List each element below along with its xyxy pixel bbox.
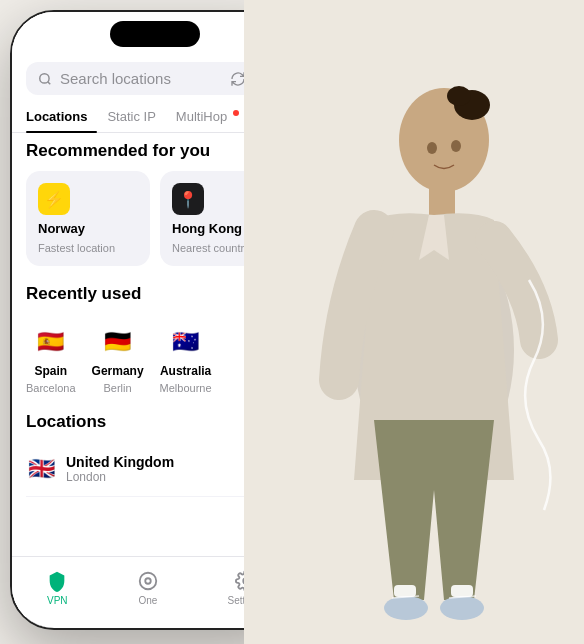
norway-icon: ⚡ — [38, 183, 70, 215]
norway-name: Norway — [38, 221, 138, 236]
recent-item-australia[interactable]: 🇦🇺 Australia Melbourne — [160, 324, 212, 394]
spain-country: Spain — [34, 364, 67, 378]
nav-vpn[interactable]: VPN — [46, 570, 68, 606]
norway-subtitle: Fastest location — [38, 242, 138, 254]
australia-flag: 🇦🇺 — [168, 324, 204, 360]
tab-multihop[interactable]: MultiHop — [166, 103, 249, 132]
australia-country: Australia — [160, 364, 211, 378]
recently-used-title: Recently used — [26, 284, 141, 304]
uk-city: London — [66, 470, 174, 484]
germany-country: Germany — [92, 364, 144, 378]
search-placeholder: Search locations — [60, 70, 222, 87]
svg-point-13 — [451, 140, 461, 152]
uk-name: United Kingdom — [66, 454, 174, 470]
svg-rect-14 — [394, 585, 416, 597]
person-illustration — [244, 0, 584, 644]
nav-one[interactable]: One — [137, 570, 159, 606]
svg-point-1 — [140, 572, 157, 589]
dynamic-island — [110, 21, 200, 47]
uk-flag: 🇬🇧 — [26, 456, 56, 482]
svg-rect-15 — [451, 585, 473, 597]
search-icon — [38, 72, 52, 86]
germany-city: Berlin — [104, 382, 132, 394]
hongkong-icon: 📍 — [172, 183, 204, 215]
svg-point-2 — [145, 578, 151, 584]
vpn-shield-icon — [46, 570, 68, 592]
svg-point-12 — [427, 142, 437, 154]
svg-rect-9 — [429, 185, 455, 215]
germany-flag: 🇩🇪 — [100, 324, 136, 360]
recent-item-germany[interactable]: 🇩🇪 Germany Berlin — [92, 324, 144, 394]
uk-info: United Kingdom London — [66, 454, 174, 484]
spain-flag: 🇪🇸 — [33, 324, 69, 360]
tab-static-ip[interactable]: Static IP — [97, 103, 165, 132]
australia-city: Melbourne — [160, 382, 212, 394]
multihop-dot — [233, 110, 239, 116]
spain-city: Barcelona — [26, 382, 76, 394]
vpn-nav-label: VPN — [47, 595, 68, 606]
svg-point-10 — [384, 596, 428, 620]
svg-point-0 — [40, 73, 49, 82]
tab-locations[interactable]: Locations — [26, 103, 97, 132]
one-nav-label: One — [138, 595, 157, 606]
svg-point-11 — [440, 596, 484, 620]
one-icon — [137, 570, 159, 592]
recommended-card-norway[interactable]: ⚡ Norway Fastest location — [26, 171, 150, 266]
recent-item-spain[interactable]: 🇪🇸 Spain Barcelona — [26, 324, 76, 394]
svg-point-8 — [447, 86, 471, 106]
